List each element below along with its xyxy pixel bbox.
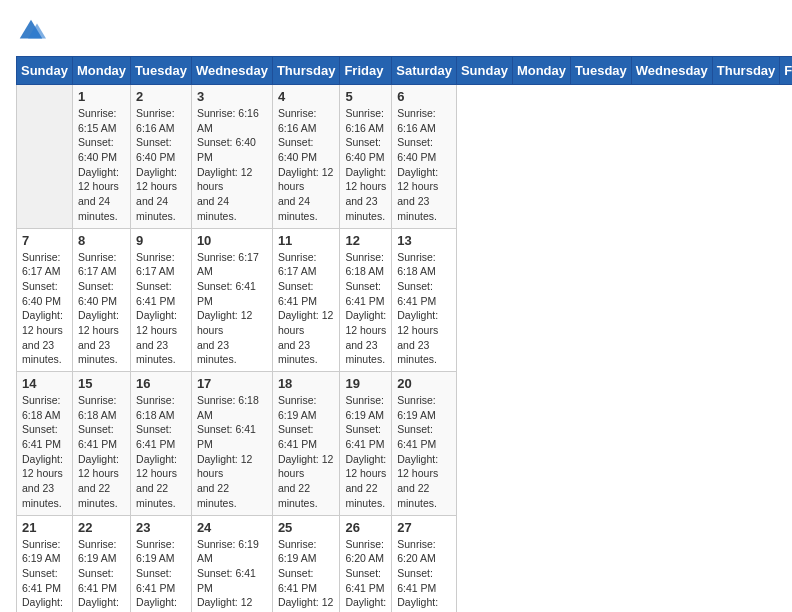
- day-info: Sunrise: 6:19 AMSunset: 6:41 PMDaylight:…: [22, 537, 67, 613]
- day-info: Sunrise: 6:16 AMSunset: 6:40 PMDaylight:…: [345, 106, 386, 224]
- calendar-cell: [17, 85, 73, 229]
- calendar-week-row: 21Sunrise: 6:19 AMSunset: 6:41 PMDayligh…: [17, 515, 793, 612]
- calendar-cell: 7Sunrise: 6:17 AMSunset: 6:40 PMDaylight…: [17, 228, 73, 372]
- day-number: 13: [397, 233, 451, 248]
- calendar-week-row: 1Sunrise: 6:15 AMSunset: 6:40 PMDaylight…: [17, 85, 793, 229]
- day-info: Sunrise: 6:16 AMSunset: 6:40 PMDaylight:…: [397, 106, 451, 224]
- calendar-cell: 18Sunrise: 6:19 AMSunset: 6:41 PMDayligh…: [272, 372, 340, 516]
- day-info: Sunrise: 6:17 AMSunset: 6:40 PMDaylight:…: [22, 250, 67, 368]
- day-number: 23: [136, 520, 186, 535]
- day-info: Sunrise: 6:16 AMSunset: 6:40 PMDaylight:…: [278, 106, 335, 224]
- day-info: Sunrise: 6:18 AMSunset: 6:41 PMDaylight:…: [397, 250, 451, 368]
- day-info: Sunrise: 6:17 AMSunset: 6:41 PMDaylight:…: [136, 250, 186, 368]
- day-number: 9: [136, 233, 186, 248]
- day-info: Sunrise: 6:19 AMSunset: 6:41 PMDaylight:…: [278, 393, 335, 511]
- calendar-cell: 12Sunrise: 6:18 AMSunset: 6:41 PMDayligh…: [340, 228, 392, 372]
- day-info: Sunrise: 6:19 AMSunset: 6:41 PMDaylight:…: [136, 537, 186, 613]
- day-number: 10: [197, 233, 267, 248]
- calendar-week-row: 7Sunrise: 6:17 AMSunset: 6:40 PMDaylight…: [17, 228, 793, 372]
- calendar-cell: 27Sunrise: 6:20 AMSunset: 6:41 PMDayligh…: [392, 515, 457, 612]
- day-info: Sunrise: 6:18 AMSunset: 6:41 PMDaylight:…: [22, 393, 67, 511]
- header-saturday: Saturday: [392, 57, 457, 85]
- day-info: Sunrise: 6:17 AMSunset: 6:40 PMDaylight:…: [78, 250, 125, 368]
- day-number: 17: [197, 376, 267, 391]
- day-number: 18: [278, 376, 335, 391]
- day-info: Sunrise: 6:19 AMSunset: 6:41 PMDaylight:…: [278, 537, 335, 613]
- day-number: 6: [397, 89, 451, 104]
- day-info: Sunrise: 6:19 AMSunset: 6:41 PMDaylight:…: [197, 537, 267, 613]
- day-number: 7: [22, 233, 67, 248]
- calendar-cell: 3Sunrise: 6:16 AMSunset: 6:40 PMDaylight…: [191, 85, 272, 229]
- calendar-week-row: 14Sunrise: 6:18 AMSunset: 6:41 PMDayligh…: [17, 372, 793, 516]
- header-sunday: Sunday: [17, 57, 73, 85]
- calendar-cell: 8Sunrise: 6:17 AMSunset: 6:40 PMDaylight…: [72, 228, 130, 372]
- day-number: 14: [22, 376, 67, 391]
- header-wednesday: Wednesday: [191, 57, 272, 85]
- day-number: 25: [278, 520, 335, 535]
- day-number: 8: [78, 233, 125, 248]
- calendar-cell: 16Sunrise: 6:18 AMSunset: 6:41 PMDayligh…: [131, 372, 192, 516]
- day-info: Sunrise: 6:18 AMSunset: 6:41 PMDaylight:…: [345, 250, 386, 368]
- day-number: 20: [397, 376, 451, 391]
- day-info: Sunrise: 6:18 AMSunset: 6:41 PMDaylight:…: [136, 393, 186, 511]
- day-number: 27: [397, 520, 451, 535]
- calendar-cell: 20Sunrise: 6:19 AMSunset: 6:41 PMDayligh…: [392, 372, 457, 516]
- day-info: Sunrise: 6:19 AMSunset: 6:41 PMDaylight:…: [345, 393, 386, 511]
- day-info: Sunrise: 6:17 AMSunset: 6:41 PMDaylight:…: [197, 250, 267, 368]
- header-thursday: Thursday: [272, 57, 340, 85]
- day-info: Sunrise: 6:15 AMSunset: 6:40 PMDaylight:…: [78, 106, 125, 224]
- calendar-cell: 15Sunrise: 6:18 AMSunset: 6:41 PMDayligh…: [72, 372, 130, 516]
- day-number: 12: [345, 233, 386, 248]
- calendar-table: SundayMondayTuesdayWednesdayThursdayFrid…: [16, 56, 792, 612]
- day-number: 11: [278, 233, 335, 248]
- header-tuesday: Tuesday: [131, 57, 192, 85]
- header-tuesday: Tuesday: [571, 57, 632, 85]
- calendar-cell: 11Sunrise: 6:17 AMSunset: 6:41 PMDayligh…: [272, 228, 340, 372]
- day-info: Sunrise: 6:16 AMSunset: 6:40 PMDaylight:…: [136, 106, 186, 224]
- calendar-cell: 6Sunrise: 6:16 AMSunset: 6:40 PMDaylight…: [392, 85, 457, 229]
- header-monday: Monday: [72, 57, 130, 85]
- day-number: 4: [278, 89, 335, 104]
- header-friday: Friday: [340, 57, 392, 85]
- day-number: 21: [22, 520, 67, 535]
- day-info: Sunrise: 6:17 AMSunset: 6:41 PMDaylight:…: [278, 250, 335, 368]
- calendar-cell: 22Sunrise: 6:19 AMSunset: 6:41 PMDayligh…: [72, 515, 130, 612]
- calendar-cell: 23Sunrise: 6:19 AMSunset: 6:41 PMDayligh…: [131, 515, 192, 612]
- logo: [16, 16, 50, 46]
- header-sunday: Sunday: [456, 57, 512, 85]
- day-number: 24: [197, 520, 267, 535]
- calendar-cell: 13Sunrise: 6:18 AMSunset: 6:41 PMDayligh…: [392, 228, 457, 372]
- logo-icon: [16, 16, 46, 46]
- calendar-cell: 4Sunrise: 6:16 AMSunset: 6:40 PMDaylight…: [272, 85, 340, 229]
- header-wednesday: Wednesday: [631, 57, 712, 85]
- day-info: Sunrise: 6:16 AMSunset: 6:40 PMDaylight:…: [197, 106, 267, 224]
- calendar-cell: 17Sunrise: 6:18 AMSunset: 6:41 PMDayligh…: [191, 372, 272, 516]
- day-number: 19: [345, 376, 386, 391]
- calendar-cell: 5Sunrise: 6:16 AMSunset: 6:40 PMDaylight…: [340, 85, 392, 229]
- calendar-cell: 2Sunrise: 6:16 AMSunset: 6:40 PMDaylight…: [131, 85, 192, 229]
- day-number: 26: [345, 520, 386, 535]
- header-thursday: Thursday: [712, 57, 780, 85]
- calendar-cell: 10Sunrise: 6:17 AMSunset: 6:41 PMDayligh…: [191, 228, 272, 372]
- day-info: Sunrise: 6:20 AMSunset: 6:41 PMDaylight:…: [345, 537, 386, 613]
- calendar-cell: 9Sunrise: 6:17 AMSunset: 6:41 PMDaylight…: [131, 228, 192, 372]
- calendar-cell: 21Sunrise: 6:19 AMSunset: 6:41 PMDayligh…: [17, 515, 73, 612]
- day-number: 15: [78, 376, 125, 391]
- day-number: 22: [78, 520, 125, 535]
- day-number: 2: [136, 89, 186, 104]
- header-friday: Friday: [780, 57, 792, 85]
- calendar-cell: 1Sunrise: 6:15 AMSunset: 6:40 PMDaylight…: [72, 85, 130, 229]
- day-info: Sunrise: 6:19 AMSunset: 6:41 PMDaylight:…: [78, 537, 125, 613]
- day-info: Sunrise: 6:18 AMSunset: 6:41 PMDaylight:…: [197, 393, 267, 511]
- calendar-cell: 24Sunrise: 6:19 AMSunset: 6:41 PMDayligh…: [191, 515, 272, 612]
- calendar-header-row: SundayMondayTuesdayWednesdayThursdayFrid…: [17, 57, 793, 85]
- calendar-cell: 26Sunrise: 6:20 AMSunset: 6:41 PMDayligh…: [340, 515, 392, 612]
- day-number: 5: [345, 89, 386, 104]
- page-header: [16, 16, 776, 46]
- calendar-cell: 14Sunrise: 6:18 AMSunset: 6:41 PMDayligh…: [17, 372, 73, 516]
- day-number: 1: [78, 89, 125, 104]
- day-number: 16: [136, 376, 186, 391]
- header-monday: Monday: [512, 57, 570, 85]
- day-number: 3: [197, 89, 267, 104]
- day-info: Sunrise: 6:18 AMSunset: 6:41 PMDaylight:…: [78, 393, 125, 511]
